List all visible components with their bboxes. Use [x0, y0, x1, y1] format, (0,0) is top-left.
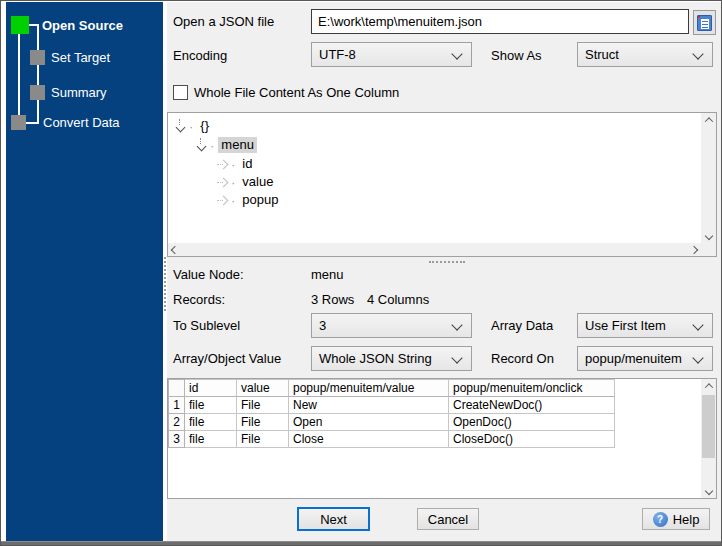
show-as-label: Show As: [491, 48, 542, 64]
row-number: 1: [169, 397, 185, 414]
table-row[interactable]: 3 file File Close CloseDoc(): [169, 431, 615, 448]
step-connector-line: [26, 122, 38, 124]
expanded-twisty-icon[interactable]: [195, 138, 208, 152]
vertical-splitter-grip[interactable]: [164, 257, 166, 311]
json-file-path-input[interactable]: [311, 9, 689, 34]
table-row[interactable]: 1 file File New CreateNewDoc(): [169, 397, 615, 414]
scrollbar-thumb[interactable]: [702, 395, 715, 458]
to-sublevel-select[interactable]: 3: [311, 313, 472, 338]
next-button[interactable]: Next: [297, 507, 370, 531]
record-on-selected-value: popup/menuitem: [585, 351, 682, 366]
step-indicator-summary[interactable]: [30, 85, 45, 100]
tree-node-menu[interactable]: · menu: [195, 136, 257, 154]
cell[interactable]: File: [237, 397, 289, 414]
scroll-up-icon[interactable]: [701, 379, 716, 393]
sidebar-item-open-source[interactable]: Open Source: [42, 18, 123, 34]
sidebar-item-convert-data[interactable]: Convert Data: [43, 115, 120, 131]
tree-node-id[interactable]: · id: [216, 155, 255, 173]
cell[interactable]: File: [237, 414, 289, 431]
tree-node-root[interactable]: · {}: [174, 117, 212, 135]
array-object-selected-value: Whole JSON String: [319, 351, 432, 366]
open-file-label: Open a JSON file: [173, 14, 274, 30]
array-object-value-select[interactable]: Whole JSON String: [311, 346, 472, 371]
whole-file-checkbox[interactable]: [173, 85, 188, 100]
collapsed-twisty-icon[interactable]: [216, 193, 229, 207]
data-preview-grid: id value popup/menuitem/value popup/menu…: [168, 379, 615, 448]
tree-node-label[interactable]: id: [239, 156, 255, 172]
step-connector-line: [29, 24, 38, 26]
scroll-left-icon[interactable]: [168, 243, 182, 256]
to-sublevel-label: To Sublevel: [173, 318, 240, 334]
sidebar-item-summary[interactable]: Summary: [51, 85, 107, 101]
value-node-label: Value Node:: [173, 267, 244, 283]
cell[interactable]: Open: [289, 414, 449, 431]
cancel-button[interactable]: Cancel: [417, 508, 479, 530]
encoding-selected-value: UTF-8: [319, 47, 356, 62]
expanded-twisty-icon[interactable]: [174, 119, 187, 133]
step-indicator-set-target[interactable]: [30, 50, 45, 65]
table-vertical-scrollbar[interactable]: [701, 379, 716, 498]
wizard-window: Open Source Set Target Summary Convert D…: [0, 0, 722, 546]
table-row[interactable]: 2 file File Open OpenDoc(): [169, 414, 615, 431]
column-header-menuitem-value[interactable]: popup/menuitem/value: [289, 380, 449, 397]
grid-corner-cell: [169, 380, 185, 397]
tree-node-label[interactable]: value: [239, 174, 276, 190]
array-data-select[interactable]: Use First Item: [577, 313, 713, 338]
show-as-select[interactable]: Struct: [577, 42, 713, 67]
row-number: 3: [169, 431, 185, 448]
array-data-selected-value: Use First Item: [585, 318, 666, 333]
step-connector-line: [18, 34, 20, 116]
table-header-row: id value popup/menuitem/value popup/menu…: [169, 380, 615, 397]
scroll-up-icon[interactable]: [701, 113, 716, 127]
help-question-icon: ?: [653, 512, 668, 527]
cell[interactable]: OpenDoc(): [449, 414, 615, 431]
browse-file-button[interactable]: [693, 10, 716, 35]
document-icon: [697, 15, 712, 31]
records-columns-value: 4 Columns: [367, 292, 429, 308]
scroll-down-icon[interactable]: [701, 484, 716, 498]
column-header-id[interactable]: id: [185, 380, 237, 397]
scroll-right-icon[interactable]: [687, 243, 701, 256]
json-structure-tree: · {} · menu · id · value · popup: [167, 112, 717, 257]
to-sublevel-selected-value: 3: [319, 318, 326, 333]
cell[interactable]: file: [185, 431, 237, 448]
sidebar-item-set-target[interactable]: Set Target: [51, 50, 110, 66]
cell[interactable]: File: [237, 431, 289, 448]
scroll-down-icon[interactable]: [701, 229, 716, 243]
records-label: Records:: [173, 292, 225, 308]
tree-node-label[interactable]: popup: [239, 192, 281, 208]
tree-node-label-selected[interactable]: menu: [218, 137, 257, 153]
tree-node-value[interactable]: · value: [216, 173, 276, 191]
cell[interactable]: New: [289, 397, 449, 414]
column-header-value[interactable]: value: [237, 380, 289, 397]
value-node-value: menu: [311, 267, 344, 283]
step-indicator-convert-data[interactable]: [11, 115, 26, 130]
record-on-select[interactable]: popup/menuitem: [577, 346, 713, 371]
whole-file-checkbox-label: Whole File Content As One Column: [194, 85, 399, 101]
collapsed-twisty-icon[interactable]: [216, 175, 229, 189]
tree-node-popup[interactable]: · popup: [216, 191, 282, 209]
step-indicator-open-source[interactable]: [11, 16, 29, 34]
scrollbar-corner: [701, 243, 716, 256]
horizontal-splitter-grip[interactable]: [429, 261, 465, 263]
help-button-label: Help: [673, 512, 700, 527]
data-preview-panel: id value popup/menuitem/value popup/menu…: [167, 378, 717, 499]
collapsed-twisty-icon[interactable]: [216, 157, 229, 171]
window-bottom-edge: [1, 541, 722, 546]
cell[interactable]: file: [185, 397, 237, 414]
help-button[interactable]: ? Help: [642, 508, 710, 530]
cell[interactable]: CloseDoc(): [449, 431, 615, 448]
show-as-selected-value: Struct: [585, 47, 619, 62]
cell[interactable]: file: [185, 414, 237, 431]
cell[interactable]: Close: [289, 431, 449, 448]
array-data-label: Array Data: [491, 318, 553, 334]
step-connector-line: [37, 24, 39, 124]
records-rows-value: 3 Rows: [311, 292, 354, 308]
encoding-select[interactable]: UTF-8: [311, 42, 472, 67]
tree-vertical-scrollbar[interactable]: [701, 113, 716, 243]
cell[interactable]: CreateNewDoc(): [449, 397, 615, 414]
tree-node-label[interactable]: {}: [197, 118, 212, 134]
row-number: 2: [169, 414, 185, 431]
tree-horizontal-scrollbar[interactable]: [168, 243, 701, 256]
column-header-menuitem-onclick[interactable]: popup/menuitem/onclick: [449, 380, 615, 397]
